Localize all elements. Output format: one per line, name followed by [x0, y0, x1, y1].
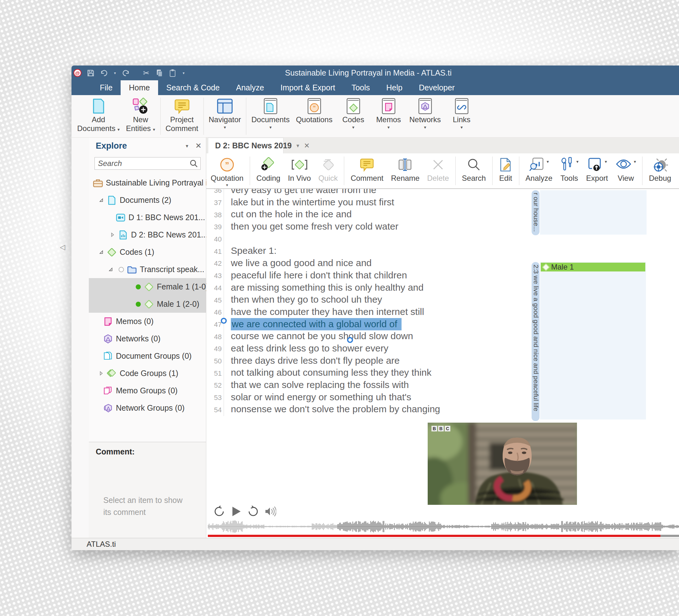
playback-progress-track[interactable]: [208, 535, 679, 537]
transcript-line[interactable]: 50three days drive less don't fly people…: [206, 355, 521, 367]
project-comment-button[interactable]: Project Comment: [162, 95, 201, 137]
explore-search-input[interactable]: Search: [95, 157, 201, 170]
add-documents-button[interactable]: Add Documents ▾: [74, 95, 123, 137]
menu-tab-home[interactable]: Home: [121, 80, 158, 95]
tree-item-networks[interactable]: Networks (0): [89, 330, 206, 347]
tree-item-female1[interactable]: Female 1 (1-0): [89, 278, 206, 295]
transcript-line[interactable]: 52that we can solve replacing the fossil…: [206, 380, 521, 392]
analyze-button[interactable]: ▾ Analyze: [522, 153, 556, 188]
atlas-logo-icon[interactable]: @: [73, 69, 82, 77]
video-frame[interactable]: B B C: [428, 423, 577, 505]
transcript-lines[interactable]: 36very easy to get the water from the37l…: [206, 189, 521, 416]
tree-item-document-groups[interactable]: Document Groups (0): [89, 347, 206, 365]
tree-item-code-folder[interactable]: Transcript speak...: [89, 261, 206, 278]
cut-icon[interactable]: ✂: [142, 69, 150, 77]
expanded-icon[interactable]: [105, 267, 116, 272]
coding-button[interactable]: Coding: [253, 153, 284, 188]
tree-item-documents[interactable]: Documents (2): [89, 192, 206, 209]
navigator-button[interactable]: Navigator ▾: [206, 95, 245, 137]
export-button[interactable]: ▾ Export: [582, 153, 612, 188]
line-text[interactable]: solar or wind energy or something uh tha…: [231, 392, 411, 402]
paste-icon[interactable]: [168, 69, 177, 77]
explore-dropdown-icon[interactable]: ▾: [186, 143, 188, 149]
tab-close-icon[interactable]: ✕: [304, 142, 310, 150]
copy-icon[interactable]: [155, 69, 163, 77]
rewind-icon[interactable]: [213, 506, 225, 517]
undo-icon[interactable]: [100, 69, 108, 77]
in-vivo-button[interactable]: In Vivo: [284, 153, 315, 188]
volume-icon[interactable]: [264, 506, 276, 517]
tree-item-network-groups[interactable]: Network Groups (0): [89, 399, 206, 417]
tools-button[interactable]: ▾ Tools: [556, 153, 582, 188]
edit-button[interactable]: Edit: [495, 153, 517, 188]
tree-item-male1[interactable]: Male 1 (2-0): [89, 295, 206, 313]
panel-collapse-arrow-icon[interactable]: ◁: [60, 243, 65, 251]
codes-button[interactable]: Codes ▾: [336, 95, 371, 137]
audio-waveform[interactable]: [208, 519, 679, 534]
transcript-line[interactable]: 53solar or wind energy or something uh t…: [206, 392, 521, 404]
quotation-bar[interactable]: r our house...: [531, 190, 540, 235]
transcript-line[interactable]: 54nonsense we don't solve the problem by…: [206, 404, 521, 416]
paste-dropdown-icon[interactable]: ▾: [182, 69, 186, 77]
transcript-line[interactable]: 48course we cannot be you should slow do…: [206, 331, 521, 343]
new-entities-button[interactable]: New Entities ▾: [123, 95, 158, 137]
line-text[interactable]: then when they go to school uh they: [231, 294, 382, 305]
line-text[interactable]: course we cannot be you should slow down: [231, 331, 413, 342]
menu-tab-tools[interactable]: Tools: [343, 80, 378, 95]
document-tab[interactable]: D 2: BBC News 2019 ▼ ✕: [208, 138, 284, 153]
line-text[interactable]: peaceful life here i don't think that ch…: [231, 270, 407, 281]
tree-item-d1[interactable]: D 1: BBC News 201...: [89, 209, 206, 226]
transcript-line[interactable]: 39then you get some fresh very cold wate…: [206, 221, 521, 233]
transcript-line[interactable]: 47we are connected with a global world o…: [206, 319, 521, 331]
radio-icon[interactable]: [116, 267, 127, 272]
documents-button[interactable]: Documents ▾: [248, 95, 293, 137]
collapsed-icon[interactable]: [107, 232, 118, 237]
menu-tab-file[interactable]: File: [92, 80, 121, 95]
line-text[interactable]: then you get some fresh very cold water: [231, 221, 398, 232]
line-text[interactable]: that we can solve replacing the fossils …: [231, 380, 409, 390]
comment-button[interactable]: Comment: [347, 153, 387, 188]
expanded-icon[interactable]: [96, 250, 106, 255]
line-text[interactable]: we live a good good and nice and: [231, 258, 371, 268]
code-label-male1[interactable]: Male 1: [541, 263, 645, 271]
transcript-line[interactable]: 36very easy to get the water from the: [206, 189, 521, 197]
menu-tab-analyze[interactable]: Analyze: [228, 80, 272, 95]
debug-button[interactable]: Debug: [645, 153, 675, 188]
line-text[interactable]: nonsense we don't solve the problem by c…: [231, 404, 440, 415]
transcript-line[interactable]: 41Speaker 1:: [206, 245, 521, 258]
links-button[interactable]: Links ▾: [444, 95, 479, 137]
memos-button[interactable]: Memos ▾: [371, 95, 406, 137]
selection-start-handle[interactable]: [221, 318, 227, 324]
transcript-line[interactable]: 49eat less drink less go to shower every: [206, 343, 521, 355]
line-text[interactable]: very easy to get the water from the: [231, 189, 376, 195]
redo-icon[interactable]: [122, 69, 130, 77]
selection-end-handle[interactable]: [347, 337, 353, 343]
transcript-line[interactable]: 40: [206, 233, 521, 246]
play-icon[interactable]: [230, 506, 242, 517]
tree-item-code-groups[interactable]: Code Groups (1): [89, 365, 206, 382]
line-text[interactable]: lake but in the wintertime you must firs…: [231, 197, 394, 207]
line-text[interactable]: cut on the hole in the ice and: [231, 209, 352, 220]
networks-button[interactable]: Networks ▾: [406, 95, 444, 137]
tree-item-codes[interactable]: Codes (1): [89, 244, 206, 261]
forward-icon[interactable]: [247, 506, 259, 517]
quotations-button[interactable]: ” Quotations: [293, 95, 336, 137]
line-text[interactable]: are missing something this is only healt…: [231, 282, 424, 293]
transcript-line[interactable]: 46have the computer they have then inter…: [206, 306, 521, 319]
line-text[interactable]: eat less drink less go to shower every: [231, 343, 388, 354]
menu-tab-developer[interactable]: Developer: [411, 80, 463, 95]
search-button[interactable]: Search: [458, 153, 490, 188]
line-text[interactable]: we are connected with a global world of: [231, 319, 401, 329]
menu-tab-import-export[interactable]: Import & Export: [272, 80, 343, 95]
tree-item-memos[interactable]: Memos (0): [89, 313, 206, 330]
tree-item-d2[interactable]: D 2: BBC News 201...: [89, 226, 206, 244]
line-text[interactable]: not talking about consuming less they th…: [231, 367, 431, 378]
rename-button[interactable]: Rename: [387, 153, 423, 188]
line-text[interactable]: have the computer they have then interne…: [231, 306, 424, 317]
transcript-line[interactable]: 45then when they go to school uh they: [206, 294, 521, 306]
tree-item-project[interactable]: Sustainable Living Portrayal in...: [89, 174, 206, 192]
line-text[interactable]: Speaker 1:: [231, 245, 277, 256]
transcript-line[interactable]: 42we live a good good and nice and: [206, 258, 521, 270]
tab-dropdown-icon[interactable]: ▼: [295, 143, 300, 148]
transcript-line[interactable]: 38cut on the hole in the ice and: [206, 209, 521, 221]
